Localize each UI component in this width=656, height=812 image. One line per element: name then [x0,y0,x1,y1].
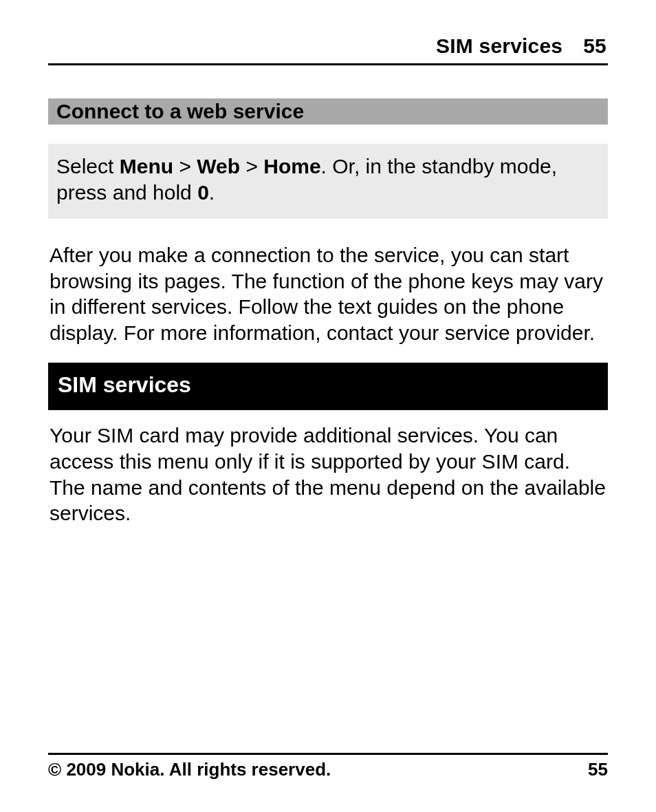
footer-copyright: © 2009 Nokia. All rights reserved. [48,759,331,780]
instruction-box: Select Menu > Web > Home. Or, in the sta… [48,144,608,219]
manual-page: SIM services 55 Connect to a web service… [0,0,656,812]
instruction-home: Home [263,155,320,178]
paragraph-sim-services: Your SIM card may provide additional ser… [48,423,608,526]
instruction-menu: Menu [120,155,173,178]
section-heading-sim-services: SIM services [48,363,608,410]
footer-line: © 2009 Nokia. All rights reserved. 55 [48,759,608,780]
subheading-connect: Connect to a web service [48,98,608,125]
instruction-web: Web [197,155,240,178]
instruction-tail2: . [209,181,215,204]
instruction-gt1: > [173,155,197,178]
instruction-lead: Select [56,155,120,178]
footer-page-number: 55 [588,759,608,780]
instruction-zero: 0 [197,181,209,204]
instruction-gt2: > [240,155,263,178]
footer-rule [48,753,608,755]
page-footer: © 2009 Nokia. All rights reserved. 55 [48,753,608,780]
running-header: SIM services 55 [48,34,608,65]
running-header-page: 55 [583,34,606,58]
running-header-section: SIM services [436,34,562,58]
paragraph-after-connection: After you make a connection to the servi… [48,242,608,346]
